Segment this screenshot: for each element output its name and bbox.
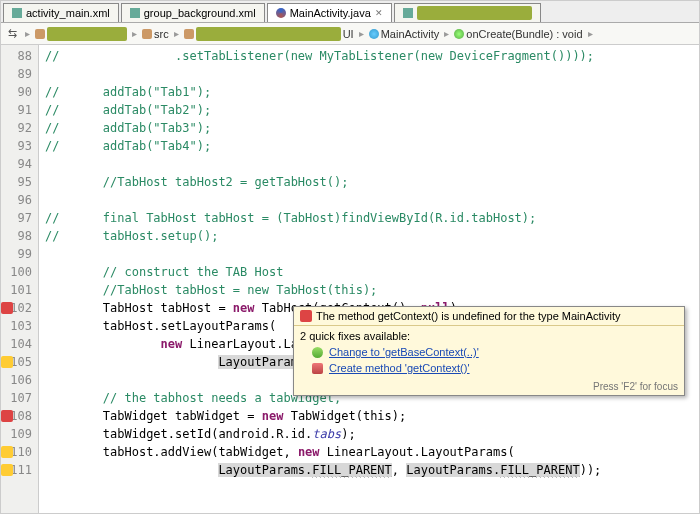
code-line[interactable]: tabWidget.setId(android.R.id.tabs); — [45, 425, 699, 443]
error-marker-icon[interactable] — [1, 410, 13, 422]
breadcrumb: ⇆▸▸src▸UI▸MainActivity▸onCreate(Bundle) … — [1, 23, 699, 45]
tab-label: group_background.xml — [144, 7, 256, 19]
line-number: 98 — [1, 227, 38, 245]
line-number: 92 — [1, 119, 38, 137]
warning-marker-icon[interactable] — [1, 464, 13, 476]
create-icon — [312, 363, 323, 374]
popup-footer: Press 'F2' for focus — [294, 380, 684, 395]
code-line[interactable]: // construct the TAB Host — [45, 263, 699, 281]
tab-label: MainActivity.java — [290, 7, 371, 19]
line-number: 96 — [1, 191, 38, 209]
line-number: 91 — [1, 101, 38, 119]
editor-tab[interactable] — [394, 3, 541, 22]
editor-tabs: activity_main.xmlgroup_background.xmlMai… — [1, 1, 699, 23]
code-line[interactable]: // addTab("Tab2"); — [45, 101, 699, 119]
breadcrumb-label[interactable]: MainActivity — [381, 28, 440, 40]
popup-title-row: The method getContext() is undefined for… — [294, 307, 684, 326]
quickfix-link[interactable]: Create method 'getContext()' — [329, 362, 470, 374]
chevron-right-icon: ▸ — [356, 28, 367, 39]
chevron-right-icon: ▸ — [171, 28, 182, 39]
line-number: 95 — [1, 173, 38, 191]
tab-label: activity_main.xml — [26, 7, 110, 19]
java-file-icon — [276, 8, 286, 18]
line-number: 88 — [1, 47, 38, 65]
code-area[interactable]: // .setTabListener(new MyTabListener(new… — [39, 45, 699, 513]
editor-tab[interactable]: activity_main.xml — [3, 3, 119, 22]
code-line[interactable]: // addTab("Tab4"); — [45, 137, 699, 155]
code-line[interactable] — [45, 155, 699, 173]
xml-file-icon — [12, 8, 22, 18]
close-icon[interactable]: ✕ — [375, 8, 383, 18]
redacted-label — [417, 6, 532, 20]
code-editor: 8889909192939495969798991001011021031041… — [1, 45, 699, 513]
line-number: 93 — [1, 137, 38, 155]
line-number: 110 — [1, 443, 38, 461]
code-line[interactable] — [45, 191, 699, 209]
folder-icon — [35, 29, 45, 39]
popup-fixes-header: 2 quick fixes available: — [300, 328, 678, 344]
line-gutter: 8889909192939495969798991001011021031041… — [1, 45, 39, 513]
error-hover-popup: The method getContext() is undefined for… — [293, 306, 685, 396]
line-number: 109 — [1, 425, 38, 443]
code-line[interactable]: //TabHost tabHost2 = getTabHost(); — [45, 173, 699, 191]
editor-tab[interactable]: MainActivity.java✕ — [267, 3, 392, 22]
code-line[interactable]: tabHost.addView(tabWidget, new LinearLay… — [45, 443, 699, 461]
error-marker-icon[interactable] — [1, 302, 13, 314]
line-number: 108 — [1, 407, 38, 425]
line-number: 99 — [1, 245, 38, 263]
code-line[interactable]: // addTab("Tab3"); — [45, 119, 699, 137]
mth-icon — [454, 29, 464, 39]
nav-arrows-icon[interactable]: ⇆ — [5, 27, 20, 40]
breadcrumb-label[interactable]: onCreate(Bundle) : void — [466, 28, 582, 40]
folder-icon — [184, 29, 194, 39]
line-number: 106 — [1, 371, 38, 389]
breadcrumb-label[interactable]: src — [154, 28, 169, 40]
editor-tab[interactable]: group_background.xml — [121, 3, 265, 22]
xml-file-icon — [130, 8, 140, 18]
cls-icon — [369, 29, 379, 39]
error-icon — [300, 310, 312, 322]
line-number: 107 — [1, 389, 38, 407]
change-icon — [312, 347, 323, 358]
line-number: 94 — [1, 155, 38, 173]
code-line[interactable] — [45, 245, 699, 263]
pkg-icon — [142, 29, 152, 39]
code-line[interactable]: // .setTabListener(new MyTabListener(new… — [45, 47, 699, 65]
code-line[interactable]: // addTab("Tab1"); — [45, 83, 699, 101]
line-number: 105 — [1, 353, 38, 371]
popup-title: The method getContext() is undefined for… — [316, 310, 621, 322]
quickfix-link[interactable]: Change to 'getBaseContext(..)' — [329, 346, 479, 358]
line-number: 97 — [1, 209, 38, 227]
quickfix-item[interactable]: Change to 'getBaseContext(..)' — [300, 344, 678, 360]
code-line[interactable]: LayoutParams.FILL_PARENT, LayoutParams.F… — [45, 461, 699, 479]
chevron-right-icon: ▸ — [441, 28, 452, 39]
line-number: 104 — [1, 335, 38, 353]
chevron-right-icon: ▸ — [585, 28, 596, 39]
line-number: 89 — [1, 65, 38, 83]
code-line[interactable]: // tabHost.setup(); — [45, 227, 699, 245]
redacted-label — [47, 27, 127, 41]
line-number: 101 — [1, 281, 38, 299]
code-line[interactable]: TabWidget tabWidget = new TabWidget(this… — [45, 407, 699, 425]
popup-body: 2 quick fixes available: Change to 'getB… — [294, 326, 684, 380]
line-number: 111 — [1, 461, 38, 479]
line-number: 90 — [1, 83, 38, 101]
line-number: 102 — [1, 299, 38, 317]
quickfix-item[interactable]: Create method 'getContext()' — [300, 360, 678, 376]
chevron-right-icon: ▸ — [22, 28, 33, 39]
chevron-right-icon: ▸ — [129, 28, 140, 39]
line-number: 103 — [1, 317, 38, 335]
warning-marker-icon[interactable] — [1, 356, 13, 368]
line-number: 100 — [1, 263, 38, 281]
masked-file-icon — [403, 8, 413, 18]
code-line[interactable] — [45, 65, 699, 83]
breadcrumb-label[interactable]: UI — [343, 28, 354, 40]
code-line[interactable]: // final TabHost tabHost = (TabHost)find… — [45, 209, 699, 227]
code-line[interactable]: //TabHost tabHost = new TabHost(this); — [45, 281, 699, 299]
warning-marker-icon[interactable] — [1, 446, 13, 458]
redacted-label — [196, 27, 341, 41]
